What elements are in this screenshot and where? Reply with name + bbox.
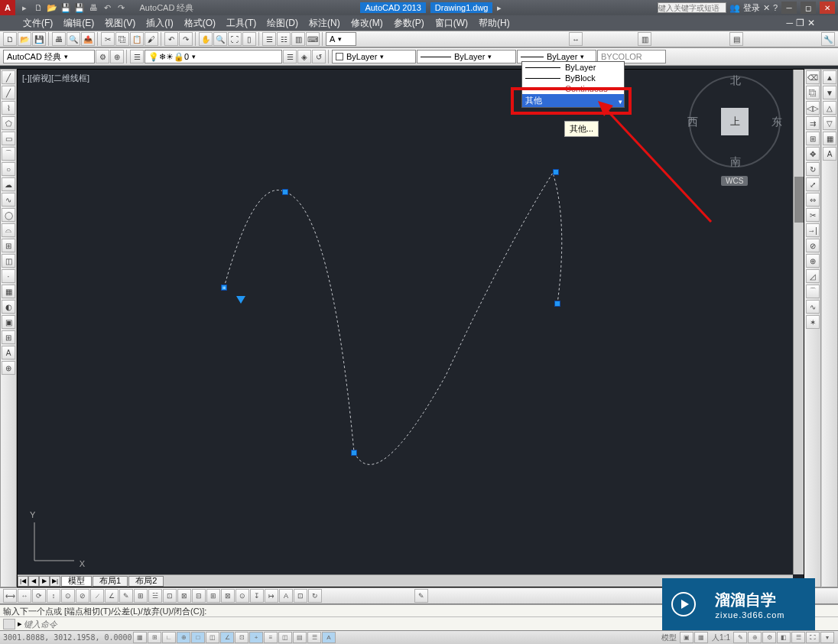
sb-7[interactable]: ▾ bbox=[820, 632, 834, 643]
color-sel[interactable]: ByLayer bbox=[332, 50, 416, 63]
sheet-button[interactable]: ☷ bbox=[277, 32, 291, 46]
grip-end[interactable] bbox=[554, 301, 560, 307]
dim21[interactable]: ⊡ bbox=[294, 589, 307, 603]
vertical-scrollbar[interactable] bbox=[793, 70, 804, 574]
tab-layout2[interactable]: 布局2 bbox=[128, 576, 164, 587]
dim23[interactable]: ✎ bbox=[414, 589, 428, 603]
text-style-sel[interactable]: A bbox=[326, 32, 356, 46]
print-icon[interactable]: 🖶 bbox=[87, 2, 99, 14]
doc-close-icon[interactable]: ✕ bbox=[807, 18, 815, 28]
dim22[interactable]: ↻ bbox=[308, 589, 322, 603]
open-button[interactable]: 📂 bbox=[18, 32, 31, 46]
menu-edit[interactable]: 编辑(E) bbox=[63, 17, 94, 30]
front-icon[interactable]: ▲ bbox=[823, 70, 836, 84]
addsel-icon[interactable]: ⊕ bbox=[2, 361, 15, 375]
save-button[interactable]: 💾 bbox=[32, 32, 46, 46]
tb-a-button[interactable]: ▥ bbox=[638, 32, 651, 46]
back-icon[interactable]: ▼ bbox=[823, 86, 836, 99]
sb-1[interactable]: ✎ bbox=[733, 632, 747, 643]
workspace-sel[interactable]: AutoCAD 经典 bbox=[3, 50, 95, 63]
copy-button[interactable]: ⿻ bbox=[115, 32, 129, 46]
grip-dir-icon[interactable] bbox=[236, 296, 245, 304]
ann-button[interactable]: A bbox=[322, 632, 336, 643]
sb-3[interactable]: ⚙ bbox=[762, 632, 776, 643]
lt-item-byblock[interactable]: ByBlock bbox=[522, 73, 624, 83]
zoom-ext-button[interactable]: ⛶ bbox=[228, 32, 242, 46]
dyn-button[interactable]: + bbox=[249, 632, 263, 643]
layer-prev-icon[interactable]: ↺ bbox=[312, 50, 326, 63]
dim6[interactable]: ⊘ bbox=[76, 589, 89, 603]
spline-icon[interactable]: ∿ bbox=[2, 193, 15, 207]
anno-scale[interactable]: 人1:1 bbox=[709, 633, 733, 643]
tab-last-icon[interactable]: ▶| bbox=[50, 576, 60, 587]
dim14[interactable]: ⊟ bbox=[192, 589, 206, 603]
props-button[interactable]: ☰ bbox=[262, 32, 276, 46]
text-front-icon[interactable]: A bbox=[823, 147, 836, 161]
tab-model[interactable]: 模型 bbox=[61, 576, 92, 587]
menu-param[interactable]: 参数(P) bbox=[394, 17, 424, 30]
line-icon[interactable]: ╱ bbox=[2, 70, 15, 84]
gradient-icon[interactable]: ◐ bbox=[2, 300, 15, 314]
rect-icon[interactable]: ▭ bbox=[2, 132, 15, 145]
copy-icon[interactable]: ⿻ bbox=[806, 86, 820, 99]
layer-filter-icon[interactable]: ☰ bbox=[283, 50, 297, 63]
dim12[interactable]: ⊡ bbox=[163, 589, 177, 603]
print-button[interactable]: 🖶 bbox=[52, 32, 66, 46]
ms-btn2[interactable]: ▦ bbox=[694, 632, 708, 643]
explode-icon[interactable]: ✶ bbox=[806, 315, 820, 329]
redo-button[interactable]: ↷ bbox=[179, 32, 193, 46]
qp-button[interactable]: ▤ bbox=[293, 632, 307, 643]
stretch-icon[interactable]: ⇔ bbox=[806, 193, 820, 207]
exchange-icon[interactable]: ✕ bbox=[763, 3, 770, 13]
hatch-icon[interactable]: ▦ bbox=[2, 285, 15, 298]
dim9[interactable]: ✎ bbox=[119, 589, 133, 603]
menu-draw[interactable]: 绘图(D) bbox=[267, 17, 298, 30]
cut-button[interactable]: ✂ bbox=[101, 32, 115, 46]
tab-first-icon[interactable]: |◀ bbox=[18, 576, 28, 587]
chamfer-icon[interactable]: ◿ bbox=[806, 269, 820, 283]
redo-icon[interactable]: ↷ bbox=[115, 2, 127, 14]
grip-4[interactable] bbox=[553, 169, 559, 175]
publish-button[interactable]: 📤 bbox=[81, 32, 95, 46]
new-button[interactable]: 🗋 bbox=[3, 32, 17, 46]
dim4[interactable]: ↕ bbox=[47, 589, 60, 603]
offset-icon[interactable]: ⇉ bbox=[806, 116, 820, 130]
zoom-win-button[interactable]: ▯ bbox=[242, 32, 256, 46]
tool-pal-button[interactable]: ▥ bbox=[291, 32, 305, 46]
dim20[interactable]: A bbox=[279, 589, 293, 603]
block-icon[interactable]: ◫ bbox=[2, 254, 15, 268]
join-icon[interactable]: ⊕ bbox=[806, 254, 820, 268]
menu-format[interactable]: 格式(O) bbox=[184, 17, 216, 30]
dim7[interactable]: ⟋ bbox=[90, 589, 104, 603]
rotate-icon[interactable]: ↻ bbox=[806, 162, 820, 176]
sb-4[interactable]: ◧ bbox=[777, 632, 791, 643]
dim1[interactable]: ⟷ bbox=[3, 589, 17, 603]
model-space-label[interactable]: 模型 bbox=[658, 633, 680, 643]
close-button[interactable]: ✕ bbox=[820, 2, 835, 14]
grid-button[interactable]: ⊞ bbox=[148, 632, 161, 643]
snap-button[interactable]: ▦ bbox=[133, 632, 147, 643]
ms-btn1[interactable]: ▣ bbox=[680, 632, 693, 643]
region-icon[interactable]: ▣ bbox=[2, 315, 15, 329]
menu-tools[interactable]: 工具(T) bbox=[226, 17, 256, 30]
trim-icon[interactable]: ✂ bbox=[806, 208, 820, 222]
linetype-sel[interactable]: ByLayer bbox=[417, 50, 516, 63]
sb-2[interactable]: ⊕ bbox=[748, 632, 762, 643]
dim19[interactable]: ↦ bbox=[265, 589, 278, 603]
open-icon[interactable]: 📂 bbox=[46, 2, 58, 14]
break-icon[interactable]: ⊘ bbox=[806, 239, 820, 252]
dim10[interactable]: ⊞ bbox=[134, 589, 148, 603]
tb-b-button[interactable]: ▤ bbox=[729, 32, 743, 46]
dim5[interactable]: ⊙ bbox=[61, 589, 75, 603]
sb-5[interactable]: ☰ bbox=[791, 632, 805, 643]
search-input[interactable] bbox=[658, 2, 726, 13]
dim16[interactable]: ⊠ bbox=[221, 589, 235, 603]
hatch-back-icon[interactable]: ▦ bbox=[823, 132, 836, 145]
undo-icon[interactable]: ↶ bbox=[101, 2, 113, 14]
polar-button[interactable]: ⊕ bbox=[177, 632, 190, 643]
ws-save-icon[interactable]: ⊕ bbox=[110, 50, 124, 63]
mirror-icon[interactable]: ◁▷ bbox=[806, 101, 820, 115]
undo-button[interactable]: ↶ bbox=[164, 32, 178, 46]
tab-layout1[interactable]: 布局1 bbox=[93, 576, 128, 587]
dim13[interactable]: ⊠ bbox=[177, 589, 191, 603]
